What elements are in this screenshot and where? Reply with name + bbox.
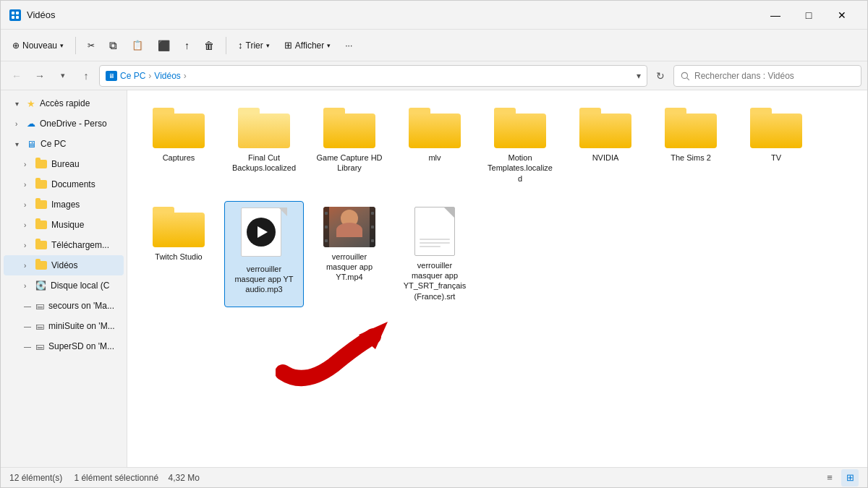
expand-icon: › — [24, 262, 31, 270]
line — [420, 242, 450, 244]
line — [420, 246, 441, 247]
folder-icon-lg — [750, 108, 802, 148]
folder-icon-lg — [238, 108, 290, 148]
pc-icon: 🖥 — [27, 139, 36, 150]
maximize-button[interactable]: □ — [792, 4, 825, 27]
file-label: The Sims 2 — [671, 153, 711, 163]
sidebar-item-acces-rapide[interactable]: ▾ ★ Accès rapide — [4, 93, 124, 114]
file-item-sims2[interactable]: The Sims 2 — [651, 102, 731, 189]
cut-button[interactable]: ✂ — [82, 38, 101, 53]
expand-icon: › — [15, 120, 22, 128]
file-item-captures[interactable]: Captures — [139, 102, 218, 189]
sidebar-item-telechargements[interactable]: › Téléchargem... — [4, 235, 124, 255]
share-button[interactable]: ↑ — [179, 37, 195, 54]
forward-button[interactable]: → — [30, 66, 50, 86]
share-icon: ↑ — [184, 40, 190, 51]
file-item-tv[interactable]: TV — [736, 102, 816, 189]
folder-icon-lg — [409, 108, 461, 148]
sidebar-label: OneDrive - Perso — [40, 119, 107, 129]
breadcrumb-dropdown[interactable]: ▾ — [637, 71, 641, 81]
file-area: Captures Final Cut Backups.localized Gam… — [127, 90, 867, 467]
file-item-mp3[interactable]: verrouiller masquer app YT audio.mp3 — [224, 201, 304, 307]
srt-file-icon — [414, 207, 455, 256]
sidebar-item-documents[interactable]: › Documents — [4, 174, 124, 194]
copy-button[interactable]: ⧉ — [103, 36, 123, 55]
folder-icon-lg — [153, 108, 205, 148]
sidebar-item-videos[interactable]: › Vidéos — [4, 255, 124, 275]
rename-button[interactable]: ⬛ — [152, 37, 176, 54]
close-button[interactable]: ✕ — [825, 4, 859, 27]
file-item-finalcut[interactable]: Final Cut Backups.localized — [224, 102, 304, 189]
breadcrumb-sep1: › — [148, 71, 151, 81]
sidebar-label: Vidéos — [51, 260, 77, 270]
minimize-button[interactable]: — — [759, 4, 792, 27]
file-label: TV — [771, 153, 781, 163]
more-button[interactable]: ··· — [339, 38, 358, 53]
expand-icon: › — [24, 282, 31, 290]
refresh-button[interactable]: ↻ — [650, 66, 671, 86]
afficher-label: Afficher — [295, 40, 324, 51]
file-item-gamecapture[interactable]: Game Capture HD Library — [310, 102, 389, 189]
folder-icon — [35, 261, 47, 270]
selected-size: 4,32 Mo — [168, 473, 199, 483]
breadcrumb[interactable]: 🖥 Ce PC › Vidéos › ▾ — [99, 65, 647, 87]
sidebar-label: Images — [51, 200, 80, 210]
sidebar-item-superssd[interactable]: — 🖴 SuperSD on 'M... — [4, 336, 124, 356]
sidebar-label: Disque local (C — [51, 281, 109, 291]
file-item-motion[interactable]: Motion Templates.localized — [480, 102, 560, 189]
svg-rect-1 — [16, 12, 19, 14]
breadcrumb-cepc-icon: 🖥 — [106, 71, 117, 81]
address-bar: ← → ▾ ↑ 🖥 Ce PC › Vidéos › ▾ ↻ — [1, 61, 867, 90]
sidebar-label: Bureau — [51, 159, 80, 169]
sidebar-item-minisuite[interactable]: — 🖴 miniSuite on 'M... — [4, 316, 124, 336]
back-button[interactable]: ← — [7, 66, 27, 86]
drive-icon: 💽 — [35, 281, 46, 291]
red-arrow-annotation — [276, 307, 391, 389]
file-item-srt[interactable]: verrouiller masquer app YT_SRT_français … — [395, 201, 475, 307]
file-item-mlv[interactable]: mlv — [395, 102, 475, 189]
play-triangle — [258, 226, 268, 238]
video-thumbnail — [323, 207, 375, 247]
expand-icon: ▾ — [15, 140, 22, 148]
nouveau-button[interactable]: ⊕ Nouveau ▾ — [7, 38, 69, 53]
sidebar-item-images[interactable]: › Images — [4, 194, 124, 215]
selected-count: 1 élément sélectionné — [74, 473, 158, 483]
main-content: ▾ ★ Accès rapide › ☁ OneDrive - Perso ▾ … — [1, 90, 867, 467]
grid-view-button[interactable]: ⊞ — [841, 469, 859, 487]
file-label: Final Cut Backups.localized — [230, 153, 298, 174]
delete-button[interactable]: 🗑 — [198, 37, 220, 54]
folder-icon — [35, 241, 47, 249]
afficher-button[interactable]: ⊞ Afficher ▾ — [278, 37, 336, 53]
sidebar-item-disque[interactable]: › 💽 Disque local (C — [4, 275, 124, 296]
sidebar-item-onedrive[interactable]: › ☁ OneDrive - Perso — [4, 114, 124, 134]
trier-icon: ↕ — [238, 40, 243, 51]
expand-icon: — — [24, 302, 31, 310]
sidebar-label: Musique — [51, 220, 84, 230]
folder-icon — [35, 221, 47, 229]
file-label: NVIDIA — [592, 153, 619, 163]
list-view-button[interactable]: ≡ — [821, 469, 838, 487]
star-icon: ★ — [27, 98, 35, 109]
recent-button[interactable]: ▾ — [53, 66, 73, 86]
sidebar-label: Accès rapide — [40, 98, 90, 108]
file-label: verrouiller masquer app YT_SRT_français … — [401, 260, 469, 301]
file-label: Captures — [163, 153, 195, 163]
paste-button[interactable]: 📋 — [126, 37, 149, 53]
sidebar-item-cepc[interactable]: ▾ 🖥 Ce PC — [4, 134, 124, 154]
sidebar-label: SuperSD on 'M... — [48, 341, 114, 351]
files-grid: Captures Final Cut Backups.localized Gam… — [139, 102, 856, 307]
file-item-mp4[interactable]: verrouiller masquer app YT.mp4 — [310, 201, 389, 307]
trier-button[interactable]: ↕ Trier ▾ — [232, 37, 276, 53]
toolbar-separator — [75, 37, 76, 54]
search-input[interactable] — [673, 65, 861, 87]
file-item-twitch-studio[interactable]: Twitch Studio — [139, 201, 218, 307]
up-button[interactable]: ↑ — [76, 66, 96, 86]
cloud-icon: ☁ — [27, 119, 35, 129]
sidebar-item-bureau[interactable]: › Bureau — [4, 154, 124, 174]
file-item-nvidia[interactable]: NVIDIA — [566, 102, 645, 189]
more-icon: ··· — [345, 40, 352, 51]
sidebar-item-musique[interactable]: › Musique — [4, 215, 124, 235]
expand-icon: › — [24, 160, 31, 168]
expand-icon: — — [24, 343, 31, 351]
sidebar-item-secours[interactable]: — 🖴 secours on 'Ma... — [4, 296, 124, 316]
